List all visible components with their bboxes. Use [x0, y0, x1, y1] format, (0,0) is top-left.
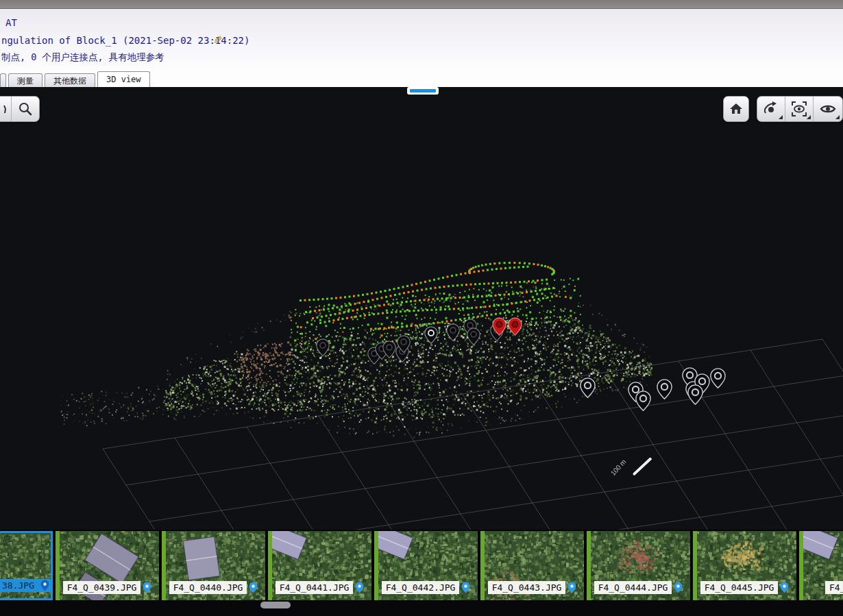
zoom-tool-button[interactable] [12, 97, 39, 121]
display-visibility-button[interactable] [814, 97, 842, 121]
photo-label-row: F4_Q_0442.JPG [374, 581, 478, 594]
photo-filename-label: F4_Q_0442.JPG [382, 581, 460, 594]
tab-measure[interactable]: 测量 [8, 73, 42, 87]
orbit-icon [762, 100, 780, 118]
orbit-mode-button[interactable] [757, 97, 785, 121]
photo-label-row: F4_Q_0443.JPG [480, 581, 584, 594]
home-view-button[interactable] [723, 96, 749, 122]
photo-location-pin-icon [40, 580, 49, 591]
camera-pin-outline[interactable] [687, 384, 703, 405]
photo-label-row: F4_Q_0441.JPG [268, 581, 371, 594]
camera-pin-outline[interactable] [635, 391, 651, 411]
photo-filename-label: F4_Q_0444.JPG [594, 581, 672, 594]
focus-view-icon [790, 100, 808, 118]
toolbar-left-group [0, 96, 40, 122]
camera-pin-outline[interactable] [657, 379, 672, 399]
photo-filmstrip: 38.JPGF4_Q_0439.JPGF4_Q_0440.JPGF4_Q_044… [0, 530, 843, 601]
photo-location-pin-icon [780, 582, 789, 593]
photo-label-row: F4_Q_0440.JPG [162, 581, 265, 594]
photo-thumbnail[interactable]: F4_Q_0443.JPG [480, 531, 584, 600]
photo-filename-label: F4_Q_0 [825, 581, 843, 594]
camera-pin[interactable] [382, 341, 396, 358]
photo-thumbnail[interactable]: F4_Q_0 [799, 531, 843, 600]
photo-label-row: F4_Q_0445.JPG [693, 581, 796, 594]
camera-pin[interactable] [316, 338, 330, 356]
toolbar-right-group [757, 96, 843, 122]
photo-location-pin-icon [461, 582, 470, 593]
dropdown-corner-icon [807, 115, 811, 119]
camera-pin-outline[interactable] [580, 378, 596, 398]
photo-location-pin-icon [249, 582, 258, 593]
control-point-pin-red[interactable] [508, 317, 522, 336]
photo-location-pin-icon [355, 582, 364, 593]
photo-thumbnail[interactable]: F4_Q_0441.JPG [268, 531, 371, 600]
dropdown-corner-icon [779, 115, 783, 119]
block-summary: 制点, 0 个用户连接点, 具有地理参考 [1, 51, 164, 64]
photo-filename-label: F4_Q_0439.JPG [63, 581, 141, 594]
zoom-to-selection-button[interactable] [785, 97, 814, 121]
photo-thumbnail[interactable]: F4_Q_0439.JPG [56, 531, 159, 600]
camera-pin[interactable] [397, 335, 411, 353]
splitter-accent-bar [410, 89, 436, 93]
photo-thumbnail[interactable]: F4_Q_0440.JPG [162, 531, 265, 600]
photo-filename-label: F4_Q_0440.JPG [169, 581, 247, 594]
pencil-icon[interactable]: ✎ [213, 34, 222, 47]
header-panel: AT ngulation of Block_1 (2021-Sep-02 23:… [0, 9, 843, 87]
photo-label-row: F4_Q_0444.JPG [587, 581, 690, 594]
visibility-icon [819, 100, 837, 118]
camera-pin-selected[interactable] [424, 326, 438, 344]
control-point-pin-red[interactable] [492, 317, 506, 336]
tab-3d-view[interactable]: 3D view [97, 71, 150, 87]
magnifier-icon [17, 101, 34, 117]
camera-pin[interactable] [467, 328, 480, 345]
window-titlebar [0, 0, 843, 9]
camera-pin[interactable] [446, 323, 460, 341]
photo-label-row: F4_Q_0439.JPG [56, 581, 159, 594]
photo-filename-label: 38.JPG [0, 579, 38, 592]
photo-location-pin-icon [567, 582, 576, 593]
photo-thumbnail[interactable]: 38.JPG [0, 531, 53, 600]
photo-filename-label: F4_Q_0443.JPG [488, 581, 566, 594]
home-icon [728, 101, 744, 117]
photo-thumbnail[interactable]: F4_Q_0445.JPG [693, 531, 796, 600]
photo-filename-label: F4_Q_0441.JPG [276, 581, 354, 594]
photo-thumbnail[interactable]: F4_Q_0444.JPG [587, 531, 690, 600]
filmstrip-scrollbar-track[interactable] [0, 601, 843, 616]
photo-label-row: 38.JPG [0, 579, 51, 592]
photo-filename-label: F4_Q_0445.JPG [700, 581, 779, 594]
partial-tool-icon [0, 101, 6, 117]
photo-location-pin-icon [674, 582, 683, 593]
dropdown-corner-icon [835, 115, 840, 119]
point-cloud-canvas[interactable] [0, 87, 843, 601]
photo-label-row: F4_Q_0 [799, 581, 843, 594]
camera-pin-outline[interactable] [710, 368, 726, 389]
filmstrip-scrollbar-thumb[interactable] [260, 602, 291, 608]
tab-bar: 测量 其他数据 3D view [0, 71, 152, 87]
tab-other-data[interactable]: 其他数据 [45, 73, 95, 87]
photo-thumbnail[interactable]: F4_Q_0442.JPG [374, 531, 478, 600]
photo-location-pin-icon [143, 582, 151, 593]
header-line-at: AT [5, 17, 17, 28]
tab-partial[interactable] [0, 73, 6, 87]
panel-splitter-handle[interactable] [407, 87, 439, 95]
partial-tool-button[interactable] [0, 97, 12, 121]
